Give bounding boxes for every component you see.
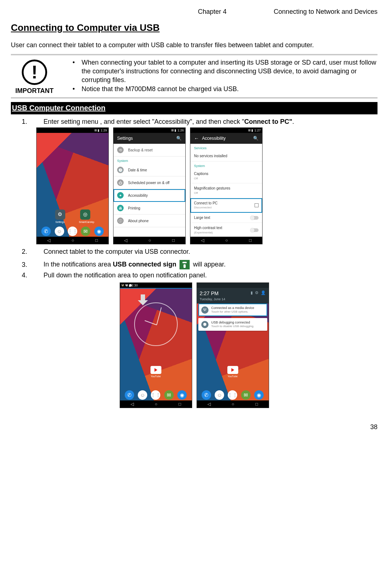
step-number: 2.	[22, 247, 29, 256]
nav-back-icon: ◁	[47, 237, 50, 243]
acc-high-contrast: High contrast text(Experimental)	[190, 223, 262, 237]
screenshot-row-1: ▮1:29 ⚙Settings ◎SmartCardAp ✆ ☺ ⋮⋮ ✉ ◉ …	[36, 127, 377, 244]
important-bullet-2: Notice that the M700DM8 cannot be charge…	[73, 85, 377, 93]
notification-usb-debugging: ⬢ USB debugging connectedTouch to disabl…	[198, 318, 267, 331]
usb-icon: Ψ	[201, 306, 209, 314]
settings-accessibility-row: ✦Accessibility	[114, 189, 185, 202]
section-heading: USB Computer Connection	[11, 102, 377, 114]
usb-connected-icon	[180, 260, 190, 269]
screenshot-pulldown: Ψ Ψ ⬢ ⚠▮2:30 YouTube ✆☺⋮⋮✉◉ ◁○□	[120, 282, 192, 408]
section-label: Connecting to Network and Devices	[274, 7, 377, 16]
acc-large-text: Large text	[190, 213, 262, 223]
step-1-text: Enter setting menu , and enter select "A…	[44, 117, 377, 126]
page-number: 38	[11, 423, 377, 431]
search-icon: 🔍	[253, 135, 259, 141]
notification-media-device: Ψ Connected as a media deviceTouch for o…	[198, 304, 267, 316]
step-4-text: Pull down the notification area to open …	[44, 271, 377, 280]
youtube-icon: YouTube	[227, 366, 238, 378]
debug-status-icon: ⬢	[129, 283, 132, 288]
step-3-text: In the notifications area USB connected …	[44, 260, 377, 269]
important-callout: IMPORTANT When connecting your tablet to…	[11, 54, 377, 98]
step-number: 3.	[22, 260, 29, 269]
browser-icon: ◉	[94, 227, 104, 236]
settings-gear-icon: ⚙	[255, 290, 259, 296]
screenshot-accessibility: ▮1:27 ← Accessibility 🔍 Services No serv…	[190, 127, 263, 244]
settings-title: Settings	[117, 135, 176, 141]
important-bullets: When connecting your tablet to a compute…	[65, 58, 377, 95]
steps-list: 1. Enter setting menu , and enter select…	[11, 117, 377, 126]
toggle-icon	[251, 228, 259, 232]
home-dock: ✆ ☺ ⋮⋮ ✉ ◉	[37, 227, 108, 236]
phone-icon: ✆	[41, 227, 51, 236]
settings-schedule-row: ⏻Scheduled power on & off	[114, 176, 185, 189]
important-bullet-1: When connecting your tablet to a compute…	[73, 58, 377, 85]
step-number: 4.	[22, 271, 29, 280]
screenshot-row-2: Ψ Ψ ⬢ ⚠▮2:30 YouTube ✆☺⋮⋮✉◉ ◁○□ 2:	[11, 282, 377, 408]
settings-date-row: 🕒Date & time	[114, 164, 185, 176]
page-header: Chapter 4 Connecting to Network and Devi…	[11, 7, 377, 16]
chapter-label: Chapter 4	[198, 7, 227, 16]
usb-status-icon: Ψ	[125, 283, 128, 288]
acc-magnification: Magnification gesturesOff	[190, 183, 262, 198]
user-icon: 👤	[261, 290, 266, 296]
settings-backup-row: ⟲Backup & reset	[114, 144, 185, 156]
acc-no-services: No services installed	[190, 151, 262, 162]
contacts-icon: ☺	[55, 227, 64, 236]
screenshot-notification-panel: 2:27 PM Tuesday, June 14 ▮⚙👤 Ψ Connected…	[197, 282, 269, 408]
screenshot-home: ▮1:29 ⚙Settings ◎SmartCardAp ✆ ☺ ⋮⋮ ✉ ◉ …	[36, 127, 109, 244]
toggle-icon	[251, 216, 259, 220]
nav-home-icon: ○	[71, 237, 74, 243]
step-number: 1.	[22, 117, 29, 126]
apps-icon: ⋮⋮	[68, 227, 77, 236]
app-smartcard-icon: ◎SmartCardAp	[79, 209, 91, 224]
debug-icon: ⬢	[201, 321, 209, 328]
step-2-text: Connect tablet to the computer via USB c…	[44, 247, 377, 256]
page-title: Connecting to Computer via USB	[11, 21, 377, 34]
notification-header: 2:27 PM Tuesday, June 14 ▮⚙👤	[197, 288, 269, 304]
intro-paragraph: User can connect their tablet to a compu…	[11, 41, 377, 49]
clock-widget	[134, 302, 178, 346]
screenshot-settings: ▮1:26 Settings 🔍 ⟲Backup & reset System …	[113, 127, 186, 244]
search-icon: 🔍	[176, 135, 182, 141]
important-label: IMPORTANT	[11, 86, 58, 95]
acc-connect-to-pc: Connect to PCDisconnected	[190, 198, 262, 213]
settings-about-row: ⓘAbout phone	[114, 215, 185, 227]
important-icon	[22, 60, 47, 85]
app-settings-icon: ⚙Settings	[54, 209, 66, 224]
acc-captions: CaptionsOff	[190, 169, 262, 183]
settings-printing-row: 🖶Printing	[114, 202, 185, 215]
sms-icon: ✉	[81, 227, 90, 236]
accessibility-title: Accessibility	[202, 135, 253, 141]
checkbox-icon	[255, 203, 259, 207]
back-icon: ←	[194, 135, 199, 142]
battery-icon: ▮	[251, 290, 253, 296]
youtube-icon: YouTube	[150, 366, 161, 378]
nav-recent-icon: □	[95, 237, 98, 243]
settings-system-label: System	[114, 156, 185, 164]
usb-status-icon: Ψ	[121, 283, 124, 288]
